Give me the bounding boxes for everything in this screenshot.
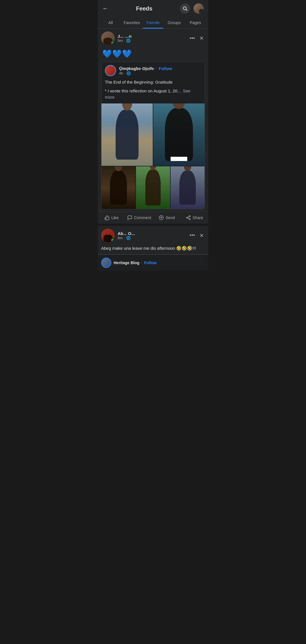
- post2-header-actions: ••• ✕: [188, 231, 205, 240]
- post1-meta: J... …n 5m · 🌐: [118, 34, 186, 43]
- bottom-preview-avatar[interactable]: [101, 258, 111, 268]
- share-button[interactable]: Share: [181, 213, 209, 223]
- shared-post-header: Ọmọkagbe Ojeife · Follow 4h · 🌐: [101, 62, 205, 79]
- tab-groups[interactable]: Groups: [163, 17, 185, 28]
- post2-globe-icon: 🌐: [126, 236, 131, 240]
- like-button[interactable]: Like: [98, 213, 126, 223]
- profile-avatar[interactable]: [194, 3, 204, 14]
- photo-4[interactable]: [136, 166, 170, 209]
- post1-time: 5m · 🌐: [118, 39, 186, 43]
- separator-dot: ·: [156, 66, 157, 71]
- post2-bottom-preview: Heritage Blog · Follow: [98, 254, 208, 271]
- post2-author[interactable]: Ab... O...: [118, 231, 186, 236]
- post2-time: 6m · 🌐: [118, 236, 186, 240]
- shared-author-name[interactable]: Ọmọkagbe Ojeife: [119, 66, 154, 71]
- svg-line-7: [188, 218, 189, 219]
- photo-1[interactable]: [101, 103, 153, 166]
- shared-post-title: The End of the Beginning: Gratitude: [105, 79, 201, 86]
- bottom-preview-name[interactable]: Heritage Blog: [114, 260, 139, 265]
- shared-globe-icon: 🌐: [126, 71, 131, 75]
- shared-author-row: Ọmọkagbe Ojeife · Follow: [119, 66, 172, 71]
- photo-3[interactable]: [101, 166, 135, 209]
- post-card-2: Ab... O... 6m · 🌐 ••• ✕ Abeg make una le…: [98, 226, 208, 271]
- svg-line-1: [186, 10, 187, 11]
- shared-post: Ọmọkagbe Ojeife · Follow 4h · 🌐 The End …: [101, 62, 205, 209]
- header-icons: [180, 3, 204, 14]
- hearts-reaction: 💙💙💙: [98, 48, 208, 62]
- photo-2[interactable]: [153, 103, 205, 166]
- globe-icon: 🌐: [126, 39, 131, 43]
- close-post-button[interactable]: ✕: [198, 34, 205, 43]
- photo-5[interactable]: [171, 166, 205, 209]
- post2-close-button[interactable]: ✕: [198, 231, 205, 240]
- post1-header: J... …n 5m · 🌐 ••• ✕: [98, 29, 208, 48]
- online-indicator-2: [111, 238, 114, 242]
- tab-pages[interactable]: Pages: [185, 17, 206, 28]
- post2-header: Ab... O... 6m · 🌐 ••• ✕: [98, 226, 208, 245]
- online-indicator: [111, 41, 114, 45]
- post1-header-actions: ••• ✕: [188, 34, 205, 43]
- post-card-1: J... …n 5m · 🌐 ••• ✕ 💙💙💙 Ọmọkagbe Ojeife…: [98, 29, 208, 224]
- post2-avatar[interactable]: [101, 229, 115, 242]
- photo-grid-top: [101, 103, 205, 166]
- shared-post-text: The End of the Beginning: Gratitude * I …: [101, 79, 205, 103]
- search-button[interactable]: [180, 3, 190, 14]
- post2-more-button[interactable]: •••: [188, 231, 196, 240]
- shared-post-avatar[interactable]: [105, 65, 116, 76]
- shared-post-time: 4h · 🌐: [119, 71, 172, 75]
- post1-avatar[interactable]: [101, 31, 115, 45]
- post1-action-bar: Like Comment Send Share: [98, 211, 208, 224]
- bottom-preview-meta: Heritage Blog · Follow: [114, 260, 157, 265]
- page-title: Feeds: [136, 5, 152, 12]
- photo-grid-bottom: [101, 166, 205, 209]
- send-button[interactable]: Send: [153, 213, 181, 223]
- svg-line-8: [188, 216, 189, 217]
- post2-text: Abeg make una leave me dis afternoon 🤣🤣🤣…: [98, 245, 208, 255]
- feed-tabs: All Favorites Friends Groups Pages: [98, 17, 208, 29]
- tab-friends[interactable]: Friends: [143, 17, 164, 28]
- comment-button[interactable]: Comment: [126, 213, 153, 223]
- more-options-button[interactable]: •••: [188, 34, 196, 43]
- post2-meta: Ab... O... 6m · 🌐: [118, 231, 186, 240]
- follow-button[interactable]: Follow: [159, 66, 172, 71]
- tab-favorites[interactable]: Favorites: [121, 17, 143, 28]
- shared-post-meta: Ọmọkagbe Ojeife · Follow 4h · 🌐: [119, 66, 172, 75]
- post1-author[interactable]: J... …n: [118, 34, 186, 39]
- bottom-follow-button[interactable]: Follow: [144, 260, 156, 265]
- back-button[interactable]: ←: [102, 5, 109, 12]
- shared-post-body: * I wrote this reflection on August 1, 2…: [105, 88, 201, 101]
- svg-point-0: [183, 7, 186, 10]
- tab-all[interactable]: All: [100, 17, 121, 28]
- app-header: ← Feeds: [98, 0, 208, 17]
